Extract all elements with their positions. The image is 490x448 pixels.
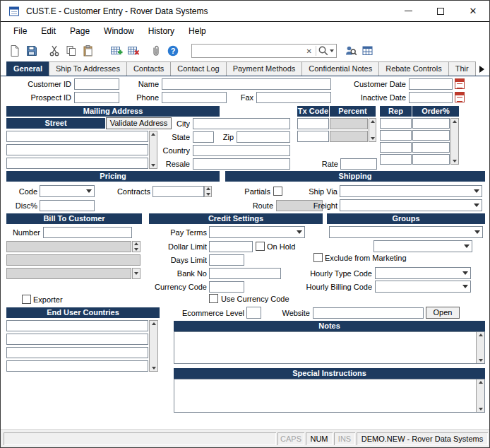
- end-user-countries-scrollbar[interactable]: [149, 320, 158, 372]
- scroll-up-icon[interactable]: [371, 120, 375, 123]
- bill-to-number-input[interactable]: [43, 227, 132, 238]
- scroll-down-icon[interactable]: [479, 408, 483, 411]
- city-input[interactable]: [193, 118, 290, 129]
- rep-input[interactable]: [380, 142, 412, 153]
- scroll-down-icon[interactable]: [479, 359, 483, 362]
- resale-input[interactable]: [193, 158, 290, 170]
- group-select-2[interactable]: [374, 240, 472, 252]
- special-instructions-textarea[interactable]: [174, 379, 485, 413]
- on-hold-checkbox[interactable]: [256, 242, 265, 251]
- rep-input[interactable]: [380, 130, 412, 141]
- tab-third[interactable]: Thir: [448, 61, 476, 76]
- tab-scroll-right-button[interactable]: [477, 64, 486, 74]
- order-pct-input[interactable]: [412, 154, 450, 165]
- exclude-from-marketing-checkbox[interactable]: [313, 253, 323, 262]
- special-instructions-scrollbar[interactable]: [476, 379, 484, 412]
- tab-general[interactable]: General: [6, 61, 49, 76]
- contracts-input[interactable]: [153, 186, 204, 197]
- end-user-country-row[interactable]: [6, 360, 148, 372]
- tab-payment-methods[interactable]: Payment Methods: [226, 61, 303, 76]
- hourly-billing-code-select[interactable]: [375, 281, 471, 293]
- scroll-up-icon[interactable]: [479, 334, 483, 336]
- scroll-down-icon[interactable]: [453, 160, 457, 163]
- scroll-up-icon[interactable]: [152, 322, 156, 325]
- currency-code-input[interactable]: [209, 281, 244, 293]
- freight-select[interactable]: [340, 199, 482, 211]
- scroll-up-icon[interactable]: [453, 120, 457, 123]
- search-options-chevron-icon[interactable]: [330, 49, 334, 52]
- menu-page[interactable]: Page: [63, 23, 97, 40]
- menu-file[interactable]: File: [6, 23, 34, 40]
- grid-insert-button[interactable]: [108, 43, 125, 59]
- ecommerce-level-input[interactable]: [246, 307, 261, 319]
- tx-code-input[interactable]: [297, 118, 329, 129]
- country-input[interactable]: [193, 145, 290, 156]
- scroll-down-icon[interactable]: [152, 367, 156, 370]
- customer-id-input[interactable]: [74, 78, 119, 90]
- clear-search-icon[interactable]: ✕: [304, 47, 314, 55]
- rep-scrollbar[interactable]: [450, 118, 459, 165]
- inactive-date-input[interactable]: [409, 92, 453, 103]
- attachment-button[interactable]: [148, 43, 165, 59]
- menu-help[interactable]: Help: [181, 23, 213, 40]
- code-select[interactable]: [40, 185, 95, 197]
- find-person-button[interactable]: [342, 43, 359, 59]
- tx-code-scrollbar[interactable]: [369, 118, 376, 142]
- calendar-icon[interactable]: [455, 92, 465, 102]
- order-pct-input[interactable]: [412, 142, 450, 153]
- street-input[interactable]: [6, 144, 148, 155]
- dollar-limit-input[interactable]: [209, 241, 253, 252]
- tx-code-input[interactable]: [297, 131, 329, 142]
- pay-terms-select[interactable]: [209, 226, 305, 238]
- fax-input[interactable]: [256, 92, 331, 103]
- end-user-country-row[interactable]: [6, 320, 148, 331]
- close-button[interactable]: ✕: [457, 1, 489, 21]
- end-user-country-row[interactable]: [6, 334, 148, 345]
- rate-input[interactable]: [340, 158, 377, 170]
- name-input[interactable]: [162, 78, 331, 90]
- search-input[interactable]: [192, 45, 304, 57]
- exporter-checkbox[interactable]: [22, 295, 31, 304]
- table-view-button[interactable]: [359, 43, 376, 59]
- menu-edit[interactable]: Edit: [34, 23, 63, 40]
- street-input[interactable]: [6, 131, 148, 142]
- hourly-type-code-select[interactable]: [375, 267, 471, 279]
- cut-button[interactable]: [46, 43, 63, 59]
- help-button[interactable]: ?: [165, 43, 181, 59]
- bank-no-input[interactable]: [209, 268, 281, 279]
- minimize-button[interactable]: [392, 1, 424, 21]
- maximize-button[interactable]: [424, 1, 457, 21]
- scroll-up-icon[interactable]: [151, 133, 155, 136]
- tab-contacts[interactable]: Contacts: [126, 61, 171, 76]
- ship-via-select[interactable]: [340, 185, 482, 197]
- partials-checkbox[interactable]: [273, 187, 282, 196]
- menu-history[interactable]: History: [141, 23, 181, 40]
- tab-confidential-notes[interactable]: Confidential Notes: [301, 61, 379, 76]
- copy-button[interactable]: [63, 43, 80, 59]
- tab-ship-to-addresses[interactable]: Ship To Addresses: [49, 61, 127, 76]
- use-currency-code-checkbox[interactable]: [209, 294, 218, 303]
- new-document-button[interactable]: [6, 43, 23, 59]
- contracts-spinner[interactable]: [204, 186, 212, 197]
- rep-input[interactable]: [380, 154, 412, 165]
- group-select-1[interactable]: [329, 226, 483, 238]
- menu-window[interactable]: Window: [97, 23, 141, 40]
- paste-button[interactable]: [80, 43, 97, 59]
- scroll-down-icon[interactable]: [371, 137, 375, 140]
- customer-date-input[interactable]: [409, 78, 453, 90]
- end-user-country-row[interactable]: [6, 347, 148, 358]
- days-limit-input[interactable]: [209, 254, 244, 266]
- website-input[interactable]: [313, 307, 424, 319]
- notes-scrollbar[interactable]: [476, 332, 484, 363]
- calendar-icon[interactable]: [455, 78, 465, 89]
- street-input[interactable]: [6, 158, 148, 169]
- prospect-id-input[interactable]: [74, 92, 119, 103]
- open-website-button[interactable]: Open: [426, 307, 460, 319]
- tab-contact-log[interactable]: Contact Log: [170, 61, 226, 76]
- rep-input[interactable]: [380, 118, 412, 129]
- zip-input[interactable]: [237, 131, 290, 143]
- save-button[interactable]: [23, 43, 40, 59]
- grid-delete-button[interactable]: [125, 43, 142, 59]
- disc-input[interactable]: [40, 200, 95, 211]
- phone-input[interactable]: [162, 92, 227, 103]
